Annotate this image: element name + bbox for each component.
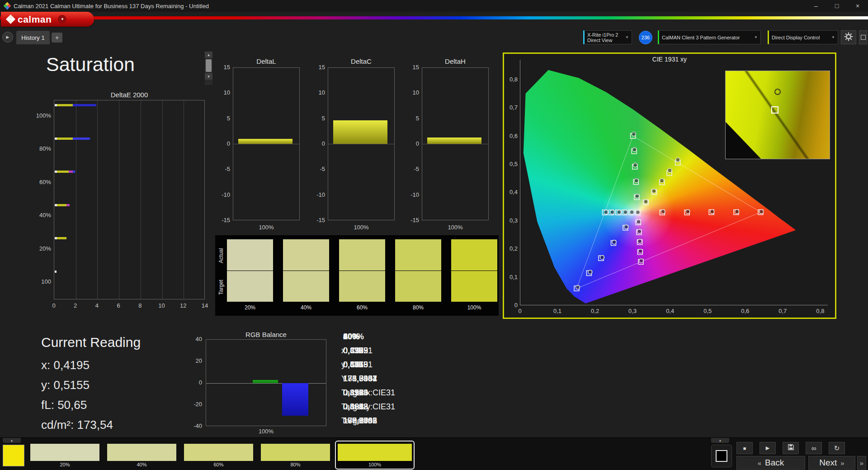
meter-line2: Direct View [587, 38, 618, 43]
cie-measured-marker [633, 163, 637, 167]
app-window: Calman 2021 Calman Ultimate for Business… [0, 0, 868, 470]
delta-y-tick: -5 [215, 166, 230, 172]
scroll-up-icon[interactable]: ▲ [205, 52, 212, 58]
scroll-thumb[interactable] [206, 59, 212, 72]
inset-target-marker [771, 106, 778, 114]
calman-menu-button[interactable]: calman ▼ [1, 12, 94, 27]
gear-icon [844, 32, 853, 43]
pattern-level-label: 80% [259, 462, 332, 467]
charts-scrollbar[interactable]: ▲ ▼ [205, 52, 212, 85]
left-collapse-handle[interactable]: ▲ [3, 438, 21, 443]
target-swatch [451, 271, 497, 302]
pattern-generator-dropdown[interactable]: CalMAN Client 3 Pattern Generator ▼ [658, 30, 761, 44]
delta-y-tick: 0 [215, 140, 230, 147]
delta-y-tick: 15 [310, 64, 325, 71]
deltae-bar [55, 171, 57, 173]
delta-y-tick: 0 [404, 140, 419, 147]
delta-y-tick: 10 [404, 89, 419, 96]
next-button[interactable]: Next » [808, 456, 855, 470]
delta-zero-line [422, 144, 489, 144]
calman-logo-text: calman [18, 14, 52, 25]
close-button[interactable]: × [847, 0, 868, 12]
chevrons-right-icon: » [860, 459, 863, 467]
delta-y-tick: 10 [310, 89, 325, 96]
rgb-y-tick: 40 [187, 336, 202, 342]
deltae-x-tick: 6 [113, 302, 124, 309]
scroll-down-icon[interactable]: ▼ [205, 73, 212, 80]
display-control-label: Direct Display Control [772, 35, 820, 40]
back-button[interactable]: « Back [736, 456, 805, 470]
cie-x-tick: 0,8 [814, 308, 826, 314]
table-cell: 0,4193 [338, 386, 390, 399]
swatch-column-label: 80% [395, 304, 441, 311]
refresh-button[interactable]: ↻ [829, 442, 845, 454]
current-reading-heading: Current Reading [41, 335, 141, 350]
layout-panel-button[interactable] [859, 30, 867, 44]
cie-measured-marker [636, 210, 640, 214]
pattern-level-button-60%[interactable]: 60% [182, 442, 255, 469]
workflow-expand-button[interactable]: ▶ [2, 32, 13, 43]
tab-history-1[interactable]: History 1 [16, 31, 50, 44]
cie-measured-marker [686, 209, 690, 214]
settings-button[interactable] [841, 30, 856, 44]
chevron-down-icon: ▼ [751, 35, 758, 39]
play-button[interactable]: ▶ [760, 442, 776, 454]
pattern-window-icon [716, 450, 727, 462]
rgb-y-tick: -20 [187, 401, 202, 408]
meter-dropdown[interactable]: X-Rite i1Pro 2 Direct View ▼ [583, 30, 632, 44]
right-collapse-handle[interactable]: ▲ [711, 438, 729, 443]
delta-y-tick: 5 [310, 115, 325, 122]
actual-swatch [451, 239, 497, 271]
pattern-level-button-100%[interactable]: 100% [335, 441, 415, 470]
actual-target-strip: Actual Target 20%40%60%80%100% [215, 235, 499, 316]
minimize-button[interactable]: – [806, 0, 826, 12]
actual-swatch [283, 239, 329, 271]
cie-x-tick: 0,6 [739, 308, 751, 314]
cie-y-tick: 0,3 [505, 217, 518, 224]
calman-diamond-icon [6, 14, 15, 24]
cie-measured-marker [624, 225, 628, 229]
more-button[interactable]: » [857, 456, 866, 470]
panel-icon [861, 35, 866, 40]
pattern-window-button[interactable] [711, 445, 732, 467]
pattern-level-label: 60% [182, 462, 255, 467]
cie-measured-marker [638, 249, 642, 253]
cie-x-tick: 0 [514, 308, 526, 314]
delta-y-tick: 10 [215, 89, 230, 96]
delta-y-tick: -15 [215, 217, 230, 223]
loop-button[interactable]: ∞ [806, 442, 822, 454]
chevrons-right-icon: » [840, 459, 844, 467]
delta-y-tick: 15 [215, 64, 230, 71]
chevron-down-icon: ▼ [623, 35, 629, 39]
cie-measured-marker [660, 179, 664, 183]
deltae-gridline [76, 100, 76, 299]
pattern-level-swatch [107, 444, 176, 461]
cie-measured-marker [668, 168, 672, 172]
maximize-button[interactable]: □ [826, 0, 847, 12]
current-reading-line: cd/m²: 173,54 [41, 418, 113, 432]
target-swatch [395, 271, 441, 302]
next-button-label: Next [819, 458, 837, 468]
table-cell: 173,5437 [338, 372, 390, 385]
display-control-dropdown[interactable]: Direct Display Control ▼ [768, 30, 838, 44]
rgb-bar-blue [282, 383, 308, 416]
cie-measured-marker [710, 209, 714, 214]
deltae-bar [55, 237, 57, 239]
cie-y-tick: 0,4 [505, 189, 518, 195]
meter-line1: X-Rite i1Pro 2 [587, 32, 618, 38]
pattern-level-button-20%[interactable]: 20% [28, 442, 101, 469]
cie-measured-marker [610, 210, 614, 214]
deltae-x-tick: 14 [199, 302, 210, 309]
deltae-row-label: 60% [31, 179, 51, 185]
save-button[interactable] [783, 442, 799, 454]
pattern-level-button-40%[interactable]: 40% [105, 442, 178, 469]
actual-swatch [227, 239, 273, 271]
cie-measured-marker [652, 189, 656, 193]
deltae-bar [55, 138, 57, 140]
pattern-level-button-80%[interactable]: 80% [259, 442, 332, 469]
deltae-x-tick: 12 [178, 302, 189, 309]
deltae-gridline [119, 100, 119, 299]
deltae-gridline [184, 100, 184, 299]
stop-button[interactable]: ■ [736, 442, 753, 454]
add-tab-button[interactable]: + [52, 33, 62, 43]
